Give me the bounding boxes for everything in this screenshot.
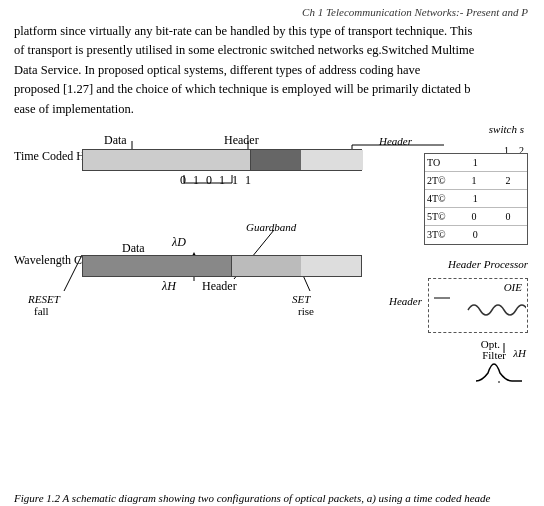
para1: platform since virtually any bit-rate ca… xyxy=(14,24,472,38)
switch-row: 3T© 0 xyxy=(425,226,527,244)
tch-bar-rest xyxy=(301,150,363,170)
para2: of transport is presently utilised in so… xyxy=(14,43,474,57)
figure-caption: Figure 1.2 A schematic diagram showing t… xyxy=(14,491,544,506)
rise-label: rise xyxy=(298,305,314,317)
right-header-label: Header xyxy=(389,295,422,307)
switch-row: 2T© 1 2 xyxy=(425,172,527,190)
tch-header-label: Header xyxy=(224,133,259,148)
switch-row: TO 1 xyxy=(425,154,527,172)
switch-row: 5T© 0 0 xyxy=(425,208,527,226)
wch-bar-header-region xyxy=(231,256,301,276)
bell-curve-icon xyxy=(474,353,524,383)
switch-row: 4T© 1 xyxy=(425,190,527,208)
wave-icon xyxy=(466,295,526,325)
set-label: SET xyxy=(292,293,310,305)
para3: Data Service. In proposed optical system… xyxy=(14,63,420,77)
diagram-area: Time Coded Header Data Header 0 1 0 1 1 … xyxy=(14,123,530,433)
wch-lambda-h: λH xyxy=(162,279,176,294)
oie-label: OIE xyxy=(504,281,522,293)
para5: ease of implementation. xyxy=(14,102,134,116)
wch-bar-data xyxy=(83,256,251,276)
switch-table: TO 1 2T© 1 2 4T© 1 xyxy=(424,153,528,245)
tch-data-label: Data xyxy=(104,133,127,148)
wch-data-label: Data xyxy=(122,241,145,256)
tch-bar xyxy=(82,149,362,171)
tch-bar-header xyxy=(251,150,301,170)
fall-label: fall xyxy=(34,305,49,317)
reset-label: RESET xyxy=(28,293,60,305)
header-top-label: Header xyxy=(379,135,412,147)
wch-lambda-label: λD xyxy=(172,235,186,250)
header-processor-label: Header Processor xyxy=(448,258,528,270)
tch-bits: 0 1 0 1 1 1 xyxy=(180,173,253,188)
body-text: platform since virtually any bit-rate ca… xyxy=(14,22,530,119)
switch-label: switch s xyxy=(489,123,524,135)
chapter-header: Ch 1 Telecommunication Networks:- Presen… xyxy=(14,0,530,22)
para4: proposed [1.27] and the choice of which … xyxy=(14,82,470,96)
wch-header-label2: Header xyxy=(202,279,237,294)
tch-bar-data xyxy=(83,150,251,170)
wch-bar xyxy=(82,255,362,277)
guardband-label: Guardband xyxy=(246,221,296,233)
